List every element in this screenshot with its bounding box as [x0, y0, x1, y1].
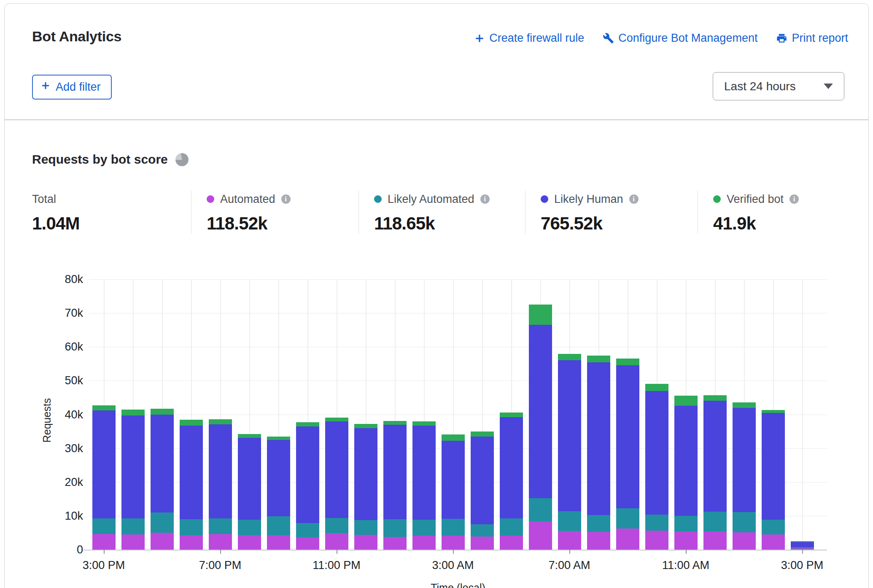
bar-segment-verified-bot[interactable]	[296, 422, 319, 427]
bar-segment-verified-bot[interactable]	[471, 432, 494, 436]
bar-segment-verified-bot[interactable]	[325, 418, 348, 422]
bar-segment-likely-human[interactable]	[762, 413, 785, 519]
stacked-bar-500am[interactable]	[500, 413, 523, 550]
bar-segment-likely-human[interactable]	[558, 360, 581, 511]
stacked-bar-1200am[interactable]	[354, 424, 377, 550]
bar-segment-likely-automated[interactable]	[383, 519, 407, 537]
stacked-bar-700am[interactable]	[558, 354, 581, 550]
stacked-bar-600am[interactable]	[529, 305, 552, 550]
bar-segment-likely-automated[interactable]	[471, 524, 494, 537]
bar-segment-likely-automated[interactable]	[500, 518, 523, 536]
bar-segment-likely-automated[interactable]	[412, 520, 436, 536]
info-icon[interactable]: i	[480, 194, 490, 204]
bar-segment-verified-bot[interactable]	[703, 395, 727, 401]
bar-segment-automated[interactable]	[383, 537, 407, 550]
bar-segment-likely-automated[interactable]	[616, 508, 639, 528]
bar-segment-likely-automated[interactable]	[209, 518, 232, 534]
bar-segment-likely-automated[interactable]	[529, 498, 552, 521]
bar-segment-likely-automated[interactable]	[645, 515, 668, 531]
bar-segment-verified-bot[interactable]	[180, 420, 203, 425]
stacked-bar-200am[interactable]	[412, 421, 436, 550]
bar-segment-automated[interactable]	[645, 531, 668, 550]
bar-segment-likely-human[interactable]	[121, 415, 145, 518]
bar-segment-verified-bot[interactable]	[238, 434, 261, 438]
stacked-bar-100am[interactable]	[383, 421, 407, 550]
bar-segment-likely-automated[interactable]	[238, 520, 261, 535]
bar-segment-likely-human[interactable]	[791, 542, 814, 548]
bar-segment-automated[interactable]	[296, 537, 319, 550]
bar-segment-likely-automated[interactable]	[762, 520, 785, 534]
bar-segment-automated[interactable]	[354, 535, 377, 550]
bar-segment-verified-bot[interactable]	[121, 410, 145, 415]
stacked-bar-700pm[interactable]	[209, 419, 232, 550]
bar-segment-automated[interactable]	[92, 534, 116, 550]
bar-segment-likely-human[interactable]	[733, 408, 756, 512]
bar-segment-verified-bot[interactable]	[442, 434, 465, 441]
bar-segment-likely-human[interactable]	[267, 440, 290, 516]
bar-segment-automated[interactable]	[500, 536, 523, 550]
bar-segment-likely-human[interactable]	[383, 425, 407, 519]
time-range-select[interactable]: Last 24 hours	[713, 72, 844, 100]
info-icon[interactable]: i	[789, 194, 799, 204]
bar-segment-automated[interactable]	[180, 535, 203, 550]
bar-segment-likely-human[interactable]	[238, 438, 261, 520]
bar-segment-likely-automated[interactable]	[442, 519, 465, 536]
stacked-bar-200pm[interactable]	[762, 410, 785, 550]
bar-segment-likely-human[interactable]	[616, 365, 639, 508]
stacked-bar-1000pm[interactable]	[296, 422, 319, 550]
bar-segment-likely-human[interactable]	[703, 401, 727, 512]
bar-segment-automated[interactable]	[267, 535, 290, 550]
bar-segment-likely-human[interactable]	[296, 426, 319, 523]
bar-segment-likely-automated[interactable]	[180, 519, 203, 535]
stacked-bar-300am[interactable]	[442, 434, 465, 550]
bar-segment-likely-automated[interactable]	[296, 523, 319, 537]
bar-segment-verified-bot[interactable]	[354, 424, 377, 428]
stacked-bar-1200pm[interactable]	[703, 395, 727, 550]
bar-segment-verified-bot[interactable]	[733, 402, 756, 408]
bar-segment-likely-human[interactable]	[209, 424, 232, 518]
bar-segment-automated[interactable]	[471, 537, 494, 550]
bar-segment-likely-automated[interactable]	[733, 512, 756, 532]
bar-segment-likely-human[interactable]	[412, 426, 436, 520]
bar-segment-likely-human[interactable]	[500, 417, 523, 518]
stacked-bar-1100pm[interactable]	[325, 418, 348, 550]
bar-segment-likely-automated[interactable]	[558, 511, 581, 531]
bar-segment-automated[interactable]	[587, 532, 610, 550]
bar-segment-automated[interactable]	[529, 521, 552, 550]
bar-segment-verified-bot[interactable]	[587, 356, 610, 362]
bar-segment-automated[interactable]	[151, 533, 174, 550]
bar-segment-automated[interactable]	[121, 534, 145, 550]
stacked-bar-100pm[interactable]	[733, 402, 756, 550]
bar-segment-automated[interactable]	[412, 536, 436, 550]
stacked-bar-800pm[interactable]	[238, 434, 261, 550]
bar-segment-verified-bot[interactable]	[412, 421, 436, 426]
bar-segment-likely-automated[interactable]	[354, 520, 377, 535]
bar-segment-likely-automated[interactable]	[267, 516, 290, 536]
bar-segment-verified-bot[interactable]	[92, 405, 116, 410]
bar-segment-likely-automated[interactable]	[121, 518, 145, 534]
stacked-bar-400pm[interactable]	[121, 410, 145, 550]
bar-segment-automated[interactable]	[733, 532, 756, 550]
bar-segment-likely-human[interactable]	[674, 406, 698, 516]
bar-segment-likely-human[interactable]	[587, 362, 610, 515]
bar-segment-automated[interactable]	[442, 536, 465, 550]
bar-segment-likely-automated[interactable]	[587, 515, 610, 532]
stacked-bar-400am[interactable]	[471, 432, 494, 550]
bar-segment-verified-bot[interactable]	[209, 419, 232, 424]
bar-segment-likely-automated[interactable]	[92, 518, 116, 534]
stacked-bar-800am[interactable]	[587, 356, 610, 550]
bar-segment-verified-bot[interactable]	[267, 437, 290, 440]
add-filter-button[interactable]: Add filter	[32, 75, 112, 100]
stacked-bar-600pm[interactable]	[180, 420, 203, 550]
stacked-bar-900pm[interactable]	[267, 437, 290, 550]
info-icon[interactable]: i	[281, 194, 291, 204]
bar-segment-verified-bot[interactable]	[558, 354, 581, 360]
bar-segment-automated[interactable]	[703, 531, 727, 550]
bar-segment-verified-bot[interactable]	[762, 410, 785, 413]
configure-bot-management-link[interactable]: Configure Bot Management	[603, 32, 757, 45]
bar-segment-automated[interactable]	[558, 531, 581, 550]
bar-segment-likely-human[interactable]	[645, 391, 668, 514]
bar-segment-likely-human[interactable]	[442, 441, 465, 519]
bar-segment-likely-human[interactable]	[151, 415, 174, 512]
bar-segment-automated[interactable]	[209, 534, 232, 550]
